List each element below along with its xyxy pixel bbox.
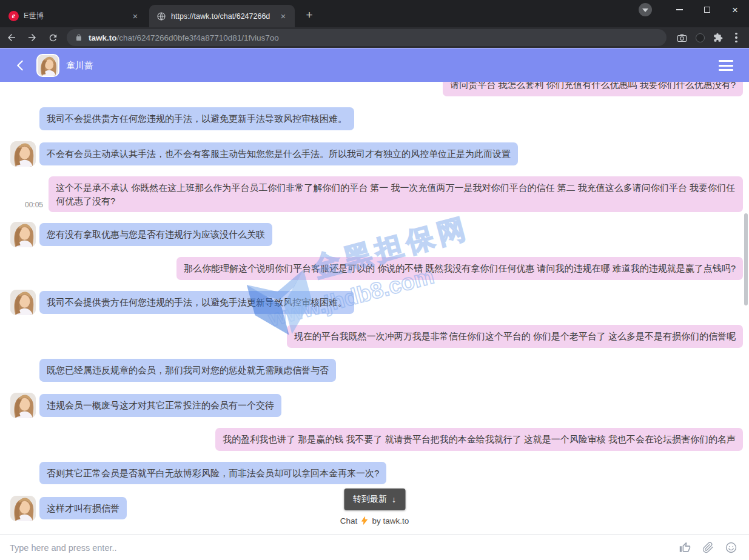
message-bubble: 我的盈利我也讲了 那是赢的钱 我不要了 就请贵平台把我的本金给我就行了 这就是一… bbox=[215, 428, 743, 451]
new-tab-button[interactable]: + bbox=[301, 7, 318, 24]
hamburger-icon bbox=[719, 60, 733, 62]
address-bar[interactable]: tawk.to/chat/6247266d0bfe3f4a87710d81/1f… bbox=[67, 29, 667, 46]
branding-prefix: Chat bbox=[340, 516, 358, 525]
emoji-button[interactable] bbox=[725, 542, 737, 553]
chat-message-row: 违规会员一概废号这才对其它正常投注的会员有一个交待 bbox=[10, 393, 749, 418]
chat-message-row: 那么你能理解这个说明你们平台客服还是可以的 你说的不错 既然我没有拿你们任何优惠… bbox=[10, 257, 749, 280]
camera-extension-button[interactable] bbox=[673, 29, 691, 46]
chat-message-row: 既您已经属违反规章的会员，那们我司对您的惩处就无需顾虑信誉与否 bbox=[10, 358, 749, 383]
hamburger-icon bbox=[719, 65, 733, 67]
chat-menu-button[interactable] bbox=[719, 60, 733, 71]
window-controls: × bbox=[639, 0, 749, 19]
chat-message-row: 00:05 这个不是承不承认 你既然在这上班那么作为平台员工你们非常了解你们的平… bbox=[10, 176, 749, 213]
chat-message-row: 不会有会员主动承认其手法，也不会有客服主动告知您您是什么手法。所以我司才有独立的… bbox=[10, 141, 749, 167]
jump-to-latest-button[interactable]: 转到最新 ↓ bbox=[344, 488, 405, 510]
refresh-icon bbox=[48, 33, 58, 43]
agent-name: 童川蔷 bbox=[66, 60, 93, 72]
kebab-menu-icon bbox=[735, 33, 737, 43]
close-button[interactable]: × bbox=[721, 0, 749, 19]
branding-suffix: by tawk.to bbox=[372, 516, 409, 525]
message-bubble: 这个不是承不承认 你既然在这上班那么作为平台员工你们非常了解你们的平台 第一 我… bbox=[49, 176, 743, 213]
minimize-icon bbox=[676, 9, 683, 10]
close-icon: × bbox=[732, 5, 738, 15]
chat-input-bar bbox=[0, 535, 749, 560]
message-bubble: 那么你能理解这个说明你们平台客服还是可以的 你说的不错 既然我没有拿你们任何优惠… bbox=[176, 257, 743, 280]
agent-avatar bbox=[10, 393, 36, 418]
agent-avatar bbox=[10, 290, 36, 315]
extension-badge-button[interactable] bbox=[691, 29, 709, 46]
back-button[interactable] bbox=[2, 29, 21, 46]
chat-header: 童川蔷 bbox=[0, 48, 749, 82]
chat-message-area[interactable]: 请问贵平台 我怎么套利 你们充值有什么优惠吗 我要你们什么优惠没有? 我司不会提… bbox=[0, 82, 749, 535]
message-bubble: 现在的平台我既然一次冲两万我是非常信任你们这个平台的 你们是个老平台了 这么多是… bbox=[287, 325, 743, 348]
down-arrow-icon: ↓ bbox=[392, 495, 396, 504]
avatar-slot bbox=[10, 222, 36, 247]
chat-message-row: 我的盈利我也讲了 那是赢的钱 我不要了 就请贵平台把我的本金给我就行了 这就是一… bbox=[10, 428, 749, 451]
tab-close-icon[interactable]: × bbox=[130, 11, 141, 22]
lock-icon bbox=[75, 34, 82, 41]
back-arrow-icon bbox=[6, 32, 17, 43]
hamburger-icon bbox=[719, 69, 733, 71]
attachment-button[interactable] bbox=[702, 542, 714, 553]
scrollbar-thumb[interactable] bbox=[744, 213, 748, 305]
message-bubble: 既您已经属违反规章的会员，那们我司对您的惩处就无需顾虑信誉与否 bbox=[39, 359, 336, 382]
circle-extension-icon bbox=[696, 33, 705, 42]
chat-message-row: 我司不会提供贵方任何您违规的手法，以避免更新手法导致风控审核困难。 bbox=[10, 106, 749, 132]
message-timestamp: 00:05 bbox=[25, 201, 43, 209]
thumbs-up-button[interactable] bbox=[679, 542, 691, 553]
camera-icon bbox=[677, 33, 687, 43]
url-host: tawk.to bbox=[89, 33, 117, 42]
extensions-button[interactable] bbox=[709, 29, 727, 46]
avatar-slot bbox=[10, 106, 36, 132]
agent-avatar bbox=[10, 141, 36, 167]
tab-tawk-chat[interactable]: https://tawk.to/chat/6247266d × bbox=[149, 5, 295, 27]
forward-arrow-icon bbox=[27, 32, 38, 43]
maximize-icon bbox=[704, 7, 710, 13]
avatar-slot bbox=[10, 461, 36, 486]
agent-avatar bbox=[10, 222, 36, 247]
chat-message-row: 我司不会提供贵方任何您违规的手法，以避免手法更新导致风控审核困难。 bbox=[10, 290, 749, 315]
message-bubble: 不会有会员主动承认其手法，也不会有客服主动告知您您是什么手法。所以我司才有独立的… bbox=[39, 142, 518, 165]
chat-message-row: 您有没有拿取优惠与您是否有违规行为应该没什么关联 bbox=[10, 222, 749, 247]
avatar-slot bbox=[10, 141, 36, 167]
agent-avatar bbox=[36, 54, 59, 77]
chat-message-row: 否则其它正常会员是否就平白无故博彩风险，而非法会员却可以拿回本金再来一次? bbox=[10, 461, 749, 486]
browser-menu-button[interactable] bbox=[727, 29, 745, 46]
toolbar-extensions bbox=[673, 29, 745, 46]
message-list: 请问贵平台 我怎么套利 你们充值有什么优惠吗 我要你们什么优惠没有? 我司不会提… bbox=[0, 82, 749, 521]
minimize-button[interactable] bbox=[665, 0, 693, 19]
chat-message-row: 请问贵平台 我怎么套利 你们充值有什么优惠吗 我要你们什么优惠没有? bbox=[10, 82, 749, 96]
avatar-slot bbox=[10, 358, 36, 383]
message-bubble: 您有没有拿取优惠与您是否有违规行为应该没什么关联 bbox=[39, 223, 272, 246]
tab-close-icon[interactable]: × bbox=[278, 11, 289, 22]
bolt-icon bbox=[360, 516, 369, 525]
url-text: tawk.to/chat/6247266d0bfe3f4a87710d81/1f… bbox=[89, 33, 279, 42]
message-bubble: 否则其它正常会员是否就平白无故博彩风险，而非法会员却可以拿回本金再来一次? bbox=[39, 462, 386, 485]
chat-back-button[interactable] bbox=[15, 59, 25, 72]
message-bubble: 请问贵平台 我怎么套利 你们充值有什么优惠吗 我要你们什么优惠没有? bbox=[443, 82, 743, 96]
tawk-branding[interactable]: Chat by tawk.to bbox=[0, 516, 749, 525]
esb-favicon-icon: e bbox=[8, 11, 19, 21]
url-path: /chat/6247266d0bfe3f4a87710d81/1fvius7oo bbox=[117, 33, 279, 42]
message-bubble: 违规会员一概废号这才对其它正常投注的会员有一个交待 bbox=[39, 394, 281, 417]
message-bubble: 我司不会提供贵方任何您违规的手法，以避免更新手法导致风控审核困难。 bbox=[39, 107, 354, 130]
globe-favicon-icon bbox=[156, 12, 166, 21]
tab-tawk-label: https://tawk.to/chat/6247266d bbox=[171, 12, 278, 21]
chevron-down-icon bbox=[642, 8, 648, 12]
media-controls-button[interactable] bbox=[639, 3, 652, 16]
tab-esb-label: E世博 bbox=[24, 11, 130, 21]
avatar-slot bbox=[10, 393, 36, 418]
avatar-slot bbox=[10, 290, 36, 315]
input-actions bbox=[679, 542, 737, 553]
puzzle-icon bbox=[713, 33, 723, 42]
browser-toolbar: tawk.to/chat/6247266d0bfe3f4a87710d81/1f… bbox=[0, 27, 749, 48]
tab-esb[interactable]: e E世博 × bbox=[1, 5, 147, 27]
message-bubble: 我司不会提供贵方任何您违规的手法，以避免手法更新导致风控审核困难。 bbox=[39, 291, 354, 314]
browser-tab-strip: e E世博 × https://tawk.to/chat/6247266d × … bbox=[0, 0, 749, 27]
jump-to-latest-label: 转到最新 bbox=[353, 494, 387, 505]
maximize-button[interactable] bbox=[693, 0, 721, 19]
refresh-button[interactable] bbox=[44, 29, 62, 46]
forward-button[interactable] bbox=[23, 29, 41, 46]
chat-message-row: 现在的平台我既然一次冲两万我是非常信任你们这个平台的 你们是个老平台了 这么多是… bbox=[10, 325, 749, 348]
message-input[interactable] bbox=[10, 543, 679, 553]
